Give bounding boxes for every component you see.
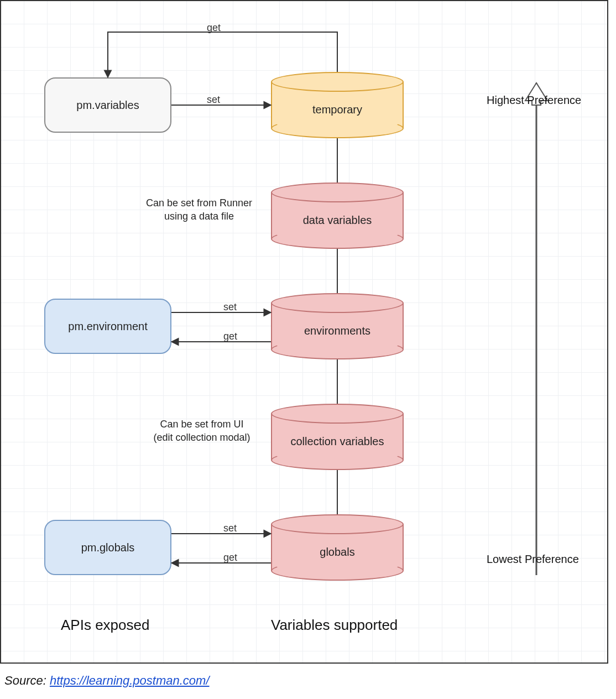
cylinder-temporary-label: temporary	[271, 93, 404, 126]
box-pm-variables-label: pm.variables	[76, 99, 139, 112]
source-prefix: Source:	[4, 674, 50, 687]
source-link[interactable]: https://learning.postman.com/	[50, 674, 210, 687]
cylinder-collection-variables: collection variables	[271, 404, 404, 470]
column-label-apis: APIs exposed	[61, 617, 149, 634]
note-collection-variables: Can be set from UI (edit collection moda…	[133, 418, 271, 445]
box-pm-environment-label: pm.environment	[68, 320, 147, 333]
cylinder-data-variables-label: data variables	[271, 204, 404, 237]
preference-label-high: Highest Preference	[487, 94, 581, 107]
cylinder-environments-label: environments	[271, 314, 404, 347]
box-pm-globals: pm.globals	[44, 520, 171, 575]
cylinder-temporary: temporary	[271, 72, 404, 138]
cylinder-collection-variables-label: collection variables	[271, 425, 404, 458]
edge-label-set-globals: set	[221, 523, 239, 534]
box-pm-globals-label: pm.globals	[81, 541, 135, 554]
cylinder-globals: globals	[271, 514, 404, 581]
box-pm-environment: pm.environment	[44, 299, 171, 354]
cylinder-data-variables: data variables	[271, 182, 404, 249]
cylinder-globals-label: globals	[271, 535, 404, 568]
edge-label-get-environment: get	[221, 331, 239, 342]
cylinder-environments: environments	[271, 293, 404, 359]
diagram-canvas: temporary data variables environments co…	[0, 0, 616, 699]
edge-label-get-variables: get	[205, 22, 223, 34]
source-citation: Source: https://learning.postman.com/	[4, 674, 210, 688]
edge-label-set-variables: set	[205, 94, 222, 106]
edge-label-get-globals: get	[221, 552, 239, 564]
edge-label-set-environment: set	[221, 301, 239, 313]
box-pm-variables: pm.variables	[44, 77, 171, 133]
note-data-variables: Can be set from Runner using a data file	[127, 196, 271, 223]
preference-label-low: Lowest Preference	[487, 553, 579, 566]
column-label-variables: Variables supported	[271, 617, 398, 634]
